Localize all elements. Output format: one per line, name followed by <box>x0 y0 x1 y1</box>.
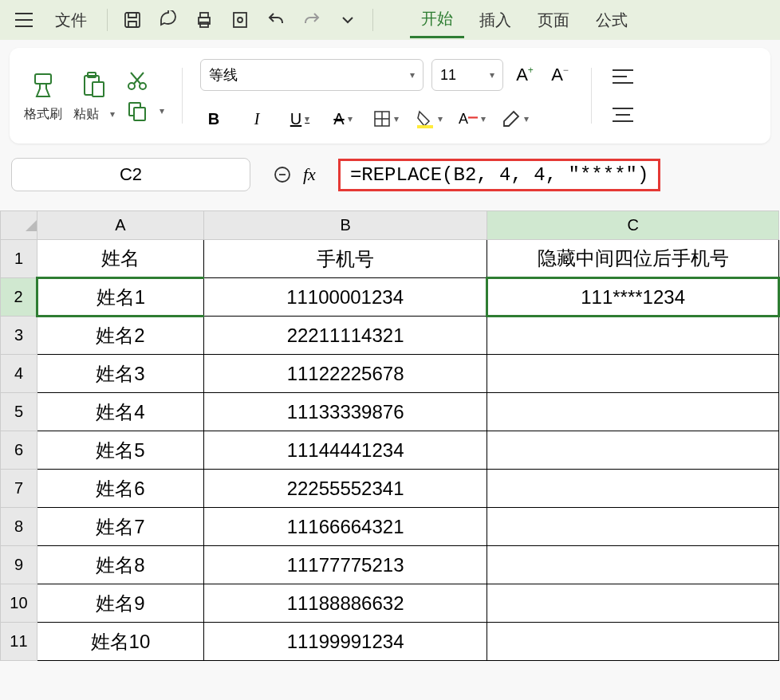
cell[interactable] <box>487 393 779 431</box>
cell[interactable]: 姓名2 <box>37 317 203 355</box>
share-icon[interactable] <box>152 4 184 36</box>
fx-icon[interactable]: fx <box>303 164 316 185</box>
chevron-down-icon[interactable]: ▾ <box>110 108 115 120</box>
dropdown-icon[interactable] <box>332 4 364 36</box>
chevron-down-icon: ▾ <box>490 69 494 81</box>
tab-formula[interactable]: 公式 <box>585 3 639 37</box>
cell[interactable] <box>487 317 779 355</box>
align-icon-2[interactable] <box>609 101 636 128</box>
cell[interactable]: 姓名1 <box>37 278 203 317</box>
font-size-select[interactable]: 11 ▾ <box>431 59 503 91</box>
cell[interactable] <box>487 508 779 546</box>
cell[interactable] <box>487 431 779 470</box>
svg-rect-4 <box>234 13 246 27</box>
cell[interactable]: 11166664321 <box>203 508 487 546</box>
file-menu[interactable]: 文件 <box>44 3 98 37</box>
cell[interactable] <box>487 623 779 661</box>
italic-button[interactable]: I <box>243 105 270 132</box>
format-painter-icon[interactable] <box>24 69 62 101</box>
svg-rect-16 <box>468 116 478 118</box>
menu-bar: 文件 开始 插入 页面 公式 <box>0 0 780 40</box>
font-color-button[interactable]: A ▾ <box>459 105 486 132</box>
underline-button[interactable]: U▾ <box>286 105 313 132</box>
tab-page[interactable]: 页面 <box>526 3 581 37</box>
select-all-corner[interactable] <box>1 211 37 240</box>
cell[interactable]: 姓名10 <box>37 623 203 661</box>
cell[interactable]: 11144441234 <box>203 431 487 470</box>
save-icon[interactable] <box>116 4 148 36</box>
chevron-down-icon: ▾ <box>410 69 415 81</box>
print-preview-icon[interactable] <box>224 4 256 36</box>
column-header-c[interactable]: C <box>487 211 779 240</box>
bold-button[interactable]: B <box>200 105 227 132</box>
strikethrough-button[interactable]: A▾ <box>329 105 357 132</box>
separator <box>591 68 592 124</box>
paste-icon[interactable] <box>75 69 113 101</box>
cell[interactable]: 手机号 <box>203 240 487 278</box>
cell[interactable]: 11133339876 <box>203 393 487 431</box>
cell[interactable]: 11100001234 <box>203 278 487 317</box>
cell[interactable]: 11122225678 <box>203 355 487 393</box>
copy-icon[interactable] <box>126 100 148 122</box>
paste-group: 粘贴 ▾ <box>73 69 115 123</box>
column-header-b[interactable]: B <box>203 211 487 240</box>
cell[interactable]: 姓名 <box>37 240 203 278</box>
tab-insert[interactable]: 插入 <box>468 3 522 37</box>
cell[interactable] <box>487 355 779 393</box>
align-icon[interactable] <box>609 63 636 90</box>
row-header[interactable]: 8 <box>1 508 37 546</box>
cell[interactable] <box>487 470 779 508</box>
svg-rect-2 <box>200 13 208 18</box>
cell[interactable]: 11188886632 <box>203 584 487 623</box>
formula-bar: C2 fx =REPLACE(B2, 4, 4, "****") <box>0 151 780 198</box>
increase-font-icon[interactable]: A+ <box>511 61 538 88</box>
row-header[interactable]: 3 <box>1 317 37 355</box>
cut-icon[interactable] <box>126 69 148 92</box>
cell[interactable]: 姓名8 <box>37 546 203 584</box>
cell[interactable]: 姓名6 <box>37 470 203 508</box>
cell-reference-box[interactable]: C2 <box>11 158 250 191</box>
row-header[interactable]: 1 <box>1 240 37 278</box>
cell[interactable]: 姓名7 <box>37 508 203 546</box>
eraser-button[interactable]: ▾ <box>502 105 529 132</box>
svg-rect-15 <box>417 125 433 128</box>
expand-icon[interactable] <box>273 165 292 184</box>
print-icon[interactable] <box>188 4 220 36</box>
cell-selected[interactable]: 111****1234 <box>487 278 779 317</box>
column-header-a[interactable]: A <box>37 211 203 240</box>
chevron-down-icon[interactable]: ▾ <box>160 105 164 116</box>
paste-label: 粘贴 <box>73 106 99 123</box>
row-header[interactable]: 9 <box>1 546 37 584</box>
cell[interactable]: 姓名5 <box>37 431 203 470</box>
cell[interactable]: 姓名4 <box>37 393 203 431</box>
cell[interactable] <box>487 546 779 584</box>
row-header[interactable]: 5 <box>1 393 37 431</box>
separator <box>182 68 183 124</box>
hamburger-icon[interactable] <box>8 4 40 36</box>
row-header[interactable]: 4 <box>1 355 37 393</box>
row-header[interactable]: 11 <box>1 623 37 661</box>
decrease-font-icon[interactable]: A− <box>546 61 573 88</box>
separator <box>107 9 108 31</box>
row-header[interactable]: 6 <box>1 431 37 470</box>
borders-button[interactable]: ▾ <box>372 105 400 132</box>
formula-input[interactable]: =REPLACE(B2, 4, 4, "****") <box>338 159 660 191</box>
cell[interactable]: 隐藏中间四位后手机号 <box>487 240 779 278</box>
row-header[interactable]: 2 <box>1 278 37 317</box>
undo-icon[interactable] <box>260 4 292 36</box>
font-name-select[interactable]: 等线 ▾ <box>200 59 423 91</box>
separator <box>372 9 373 31</box>
redo-icon[interactable] <box>296 4 328 36</box>
fill-color-button[interactable]: ▾ <box>416 105 443 132</box>
cell[interactable]: 11199991234 <box>203 623 487 661</box>
row-header[interactable]: 7 <box>1 470 37 508</box>
spreadsheet-grid: A B C 1 姓名 手机号 隐藏中间四位后手机号 2 姓名1 11100001… <box>0 210 780 661</box>
cell[interactable] <box>487 584 779 623</box>
row-header[interactable]: 10 <box>1 584 37 623</box>
cell[interactable]: 22211114321 <box>203 317 487 355</box>
cell[interactable]: 姓名9 <box>37 584 203 623</box>
tab-start[interactable]: 开始 <box>410 2 464 38</box>
cell[interactable]: 22255552341 <box>203 470 487 508</box>
cell[interactable]: 姓名3 <box>37 355 203 393</box>
cell[interactable]: 11177775213 <box>203 546 487 584</box>
